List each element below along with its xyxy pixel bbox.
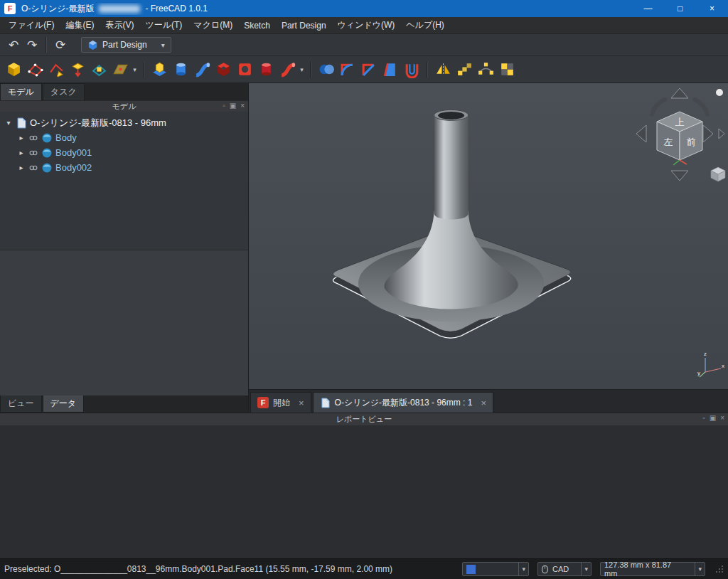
pocket-button[interactable] [213, 58, 234, 81]
subtractive-pipe-button[interactable] [277, 58, 298, 81]
render-style-dropdown[interactable]: ▾ [462, 562, 529, 576]
dimension-dropdown[interactable]: 127.38 mm x 81.87 mm ▾ [600, 562, 705, 576]
tab-start-page[interactable]: F 開始 × [250, 392, 311, 413]
additive-pipe-icon [193, 60, 211, 78]
document-tab-label: O-シリンジ-最新版-0813 - 96mm : 1 [335, 397, 473, 409]
refresh-button[interactable]: ⟳ [51, 36, 70, 54]
tab-model[interactable]: モデル [0, 83, 42, 100]
draft-button[interactable] [380, 58, 401, 81]
tree-row-document[interactable]: ▾ O-シリンジ-最新版-0813 - 96mm [0, 115, 248, 130]
axis-y-label: y [697, 370, 700, 376]
navcube-label-left[interactable]: 左 [664, 137, 673, 147]
map-sketch-icon [69, 60, 87, 78]
menu-item-tools[interactable]: ツール(T) [139, 17, 188, 33]
menu-item-file[interactable]: ファイル(F) [3, 17, 60, 33]
boolean-button[interactable] [316, 58, 337, 81]
menu-item-partdesign[interactable]: Part Design [276, 18, 332, 33]
menu-item-help[interactable]: ヘルプ(H) [400, 17, 450, 33]
polar-pattern-button[interactable] [475, 58, 496, 81]
edit-sketch-button[interactable] [46, 58, 67, 81]
menu-item-view[interactable]: 表示(V) [100, 17, 139, 33]
datum-tools-caret-icon[interactable]: ▾ [131, 66, 139, 73]
mouse-icon [542, 565, 548, 574]
chamfer-button[interactable] [358, 58, 380, 81]
tree-row-body[interactable]: ▸ Body002 [0, 160, 248, 175]
thickness-button[interactable] [401, 58, 422, 81]
navcube-rotate-cw-icon[interactable] [695, 100, 707, 115]
menu-item-macro[interactable]: マクロ(M) [188, 17, 238, 33]
navcube-settings-icon[interactable] [716, 89, 723, 96]
workbench-selector[interactable]: Part Design ▾ [81, 37, 171, 53]
freecad-logo-icon: F [4, 3, 16, 14]
navigation-style-label: CAD [552, 565, 569, 573]
tab-document[interactable]: O-シリンジ-最新版-0813 - 96mm : 1 × [313, 392, 493, 413]
tree-row-body[interactable]: ▸ Body001 [0, 145, 248, 160]
tree-body-label[interactable]: Body [55, 132, 77, 143]
tab-close-icon[interactable]: × [299, 398, 304, 408]
3d-viewport[interactable]: 上 左 前 [249, 83, 728, 389]
menu-item-edit[interactable]: 編集(E) [60, 17, 100, 33]
dock-restore-icon[interactable]: ▣ [710, 414, 716, 422]
menu-item-windows[interactable]: ウィンドウ(W) [332, 17, 401, 33]
dock-float-icon[interactable]: ▫ [223, 102, 225, 110]
navigation-style-dropdown[interactable]: CAD ▾ [537, 562, 592, 576]
mirrored-button[interactable] [432, 58, 454, 81]
tree-expand-icon[interactable]: ▾ [4, 119, 13, 127]
close-button[interactable]: × [696, 0, 728, 17]
create-datum-button[interactable] [109, 58, 131, 81]
navcube-arrow-right-icon[interactable] [703, 125, 713, 142]
model-panel-header: モデル ▫ ▣ × [0, 100, 248, 112]
tab-view-properties[interactable]: ビュー [0, 395, 42, 413]
create-body-button[interactable] [3, 58, 24, 81]
tree-document-label[interactable]: O-シリンジ-最新版-0813 - 96mm [30, 117, 166, 129]
report-view-header: レポートビュー ▫ ▣ × [0, 413, 728, 425]
dock-float-icon[interactable]: ▫ [702, 414, 705, 422]
tree-body-label[interactable]: Body001 [55, 147, 92, 158]
tree-collapse-icon[interactable]: ▸ [17, 164, 26, 171]
shapebinder-button[interactable] [88, 58, 109, 81]
dock-close-icon[interactable]: × [240, 102, 245, 110]
dock-close-icon[interactable]: × [720, 414, 724, 422]
navcube-arrow-up-icon[interactable] [671, 88, 688, 98]
dock-restore-icon[interactable]: ▣ [230, 102, 236, 110]
multitransform-button[interactable] [496, 58, 518, 81]
tab-tasks[interactable]: タスク [43, 83, 85, 100]
menu-item-sketch[interactable]: Sketch [238, 18, 276, 33]
navcube-rotate-ccw-icon[interactable] [652, 100, 665, 115]
navcube-mini-cube-icon[interactable] [711, 167, 725, 181]
subtractive-pipe-icon [279, 60, 296, 78]
tree-body-label[interactable]: Body002 [55, 162, 92, 173]
cylinder-tube[interactable] [434, 110, 469, 219]
navcube-arrow-down-icon[interactable] [671, 171, 688, 181]
fillet-button[interactable] [337, 58, 358, 81]
linear-pattern-button[interactable] [454, 58, 475, 81]
tree-row-body[interactable]: ▸ Body [0, 130, 248, 145]
model-tree: ▾ O-シリンジ-最新版-0813 - 96mm ▸ Body ▸ Body00… [0, 112, 248, 250]
create-sketch-button[interactable] [24, 58, 46, 81]
revolution-button[interactable] [170, 58, 191, 81]
undo-button[interactable]: ↶ [4, 36, 23, 54]
document-tab-bar: F 開始 × O-シリンジ-最新版-0813 - 96mm : 1 × [249, 389, 728, 413]
resize-grip[interactable] [715, 565, 724, 573]
navcube-arrow-left-icon[interactable] [636, 125, 646, 142]
tree-collapse-icon[interactable]: ▸ [17, 149, 26, 156]
subtractive-tools-caret-icon[interactable]: ▾ [298, 66, 306, 73]
pad-button[interactable] [149, 58, 170, 81]
tab-close-icon[interactable]: × [481, 398, 486, 408]
additive-pipe-button[interactable] [191, 58, 213, 81]
maximize-button[interactable]: □ [664, 0, 696, 17]
map-sketch-button[interactable] [67, 58, 88, 81]
hole-button[interactable] [234, 58, 255, 81]
viewport-column: 上 左 前 [249, 83, 728, 413]
create-sketch-icon [26, 60, 44, 78]
partdesign-workbench-icon [87, 40, 98, 51]
navcube-label-front[interactable]: 前 [687, 137, 696, 147]
navcube-arrow-more-icon[interactable] [719, 129, 724, 139]
minimize-button[interactable]: — [632, 0, 664, 17]
tree-collapse-icon[interactable]: ▸ [17, 134, 26, 142]
navigation-cube[interactable]: 上 左 前 [633, 86, 727, 186]
navcube-label-top[interactable]: 上 [675, 117, 685, 127]
redo-button[interactable]: ↷ [23, 36, 41, 54]
groove-button[interactable] [255, 58, 277, 81]
tab-data-properties[interactable]: データ [43, 395, 85, 413]
